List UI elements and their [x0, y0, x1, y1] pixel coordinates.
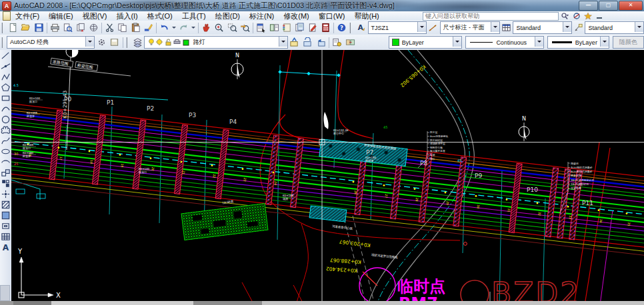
lineweight-combo[interactable]: ByLayer: [547, 36, 609, 49]
zoom-realtime-button[interactable]: [213, 21, 225, 35]
combo-arrow-icon[interactable]: [491, 22, 499, 32]
arc-button[interactable]: [1, 104, 11, 114]
layer-update-button[interactable]: [301, 36, 314, 49]
color-combo[interactable]: ByLayer: [389, 36, 463, 49]
zoom-window-button[interactable]: [226, 21, 239, 35]
menu-绘图[interactable]: 绘图(D): [211, 12, 245, 20]
workspace-save-button[interactable]: [108, 36, 121, 49]
dim-style-button[interactable]: [427, 21, 439, 35]
quick-calc-button[interactable]: [319, 21, 332, 35]
menu-窗口[interactable]: 窗口(W): [314, 12, 350, 20]
drawing-area[interactable]: 16171819202122232426272829303132333435道路…: [11, 50, 644, 301]
polyline-button[interactable]: [1, 72, 11, 82]
workspace-settings-button[interactable]: [95, 36, 108, 49]
multiline-text-button[interactable]: A: [1, 242, 11, 252]
ellipse-arc-button[interactable]: [1, 157, 11, 167]
drawing-file-icon[interactable]: [3, 11, 11, 21]
point-button[interactable]: [1, 189, 11, 199]
design-center-button[interactable]: [268, 21, 281, 35]
multileader-style-combo[interactable]: Standard: [585, 21, 644, 34]
communication-center-icon[interactable]: [572, 12, 581, 20]
paste-button[interactable]: [129, 21, 142, 35]
dim-style-combo[interactable]: 尺寸标注 - 平面: [440, 21, 501, 34]
line-button[interactable]: [1, 51, 11, 61]
undo-button[interactable]: [158, 21, 171, 35]
menu-视图[interactable]: 视图(V): [78, 12, 112, 20]
title-bar[interactable]: A AutoCAD 2008 - [E:\QQPCmgr\Desktop\pjs…: [0, 0, 644, 11]
combo-arrow-icon[interactable]: [279, 37, 287, 47]
menu-标注[interactable]: 标注(N): [245, 12, 279, 20]
gradient-button[interactable]: [1, 210, 11, 220]
layer-translate-button[interactable]: [344, 36, 357, 49]
make-object-layer-current-button[interactable]: [288, 36, 301, 49]
new-file-button[interactable]: [7, 21, 19, 35]
redo-dropdown[interactable]: [190, 22, 197, 34]
redo-button[interactable]: [177, 21, 190, 35]
menu-帮助[interactable]: 帮助(H): [350, 12, 384, 20]
combo-arrow-icon[interactable]: [600, 37, 609, 47]
layer-properties-button[interactable]: [131, 36, 145, 49]
menu-工具[interactable]: 工具(T): [177, 12, 211, 20]
combo-arrow-icon[interactable]: [563, 22, 571, 32]
linetype-combo[interactable]: Continuous: [465, 36, 543, 49]
menu-插入[interactable]: 插入(I): [111, 12, 142, 20]
sheet-set-manager-button[interactable]: [293, 21, 306, 35]
menu-修改[interactable]: 修改(M): [279, 12, 314, 20]
combo-arrow-icon[interactable]: [635, 22, 643, 32]
plot-preview-button[interactable]: [61, 21, 74, 35]
multileader-style-button[interactable]: [572, 21, 585, 35]
spline-button[interactable]: [1, 136, 11, 146]
drawing-canvas[interactable]: 16171819202122232426272829303132333435道路…: [11, 50, 644, 301]
search-icon[interactable]: [561, 12, 570, 20]
layer-combo[interactable]: 路灯: [144, 36, 287, 49]
hatch-button[interactable]: [1, 200, 11, 210]
tool-palettes-button[interactable]: [281, 21, 293, 35]
help-search-input[interactable]: [423, 12, 559, 21]
revision-cloud-button[interactable]: [1, 125, 11, 135]
horizontal-scrollbar[interactable]: [0, 301, 644, 305]
combo-arrow-icon[interactable]: [85, 37, 94, 47]
pan-realtime-button[interactable]: [200, 21, 213, 35]
3d-dwf-button[interactable]: [87, 21, 100, 35]
plot-button[interactable]: [49, 21, 61, 35]
menu-编辑[interactable]: 编辑(E): [44, 12, 78, 20]
text-style-button[interactable]: A: [355, 21, 367, 35]
maximize-button[interactable]: ▢: [599, 1, 618, 11]
polygon-button[interactable]: [1, 83, 11, 93]
workspace-combo[interactable]: AutoCAD 经典: [7, 36, 95, 49]
combo-arrow-icon[interactable]: [453, 37, 461, 47]
publish-button[interactable]: [74, 21, 87, 35]
menu-格式[interactable]: 格式(O): [143, 12, 177, 20]
help-button[interactable]: ?: [335, 21, 348, 35]
make-block-button[interactable]: [1, 178, 11, 188]
table-style-button[interactable]: [500, 21, 513, 35]
infocenter[interactable]: [423, 12, 604, 20]
insert-block-button[interactable]: [1, 168, 11, 178]
favorites-star-icon[interactable]: [583, 12, 593, 20]
close-button[interactable]: ✕: [619, 1, 643, 11]
construction-line-button[interactable]: [1, 61, 11, 71]
menu-文件[interactable]: 文件(F): [11, 12, 44, 20]
markup-set-manager-button[interactable]: [306, 21, 319, 35]
circle-button[interactable]: [1, 115, 11, 125]
combo-arrow-icon[interactable]: [535, 37, 543, 47]
properties-button[interactable]: [255, 21, 267, 35]
layer-states-button[interactable]: [331, 36, 344, 49]
save-button[interactable]: [32, 21, 45, 35]
copy-button[interactable]: [116, 21, 129, 35]
panel-minimize-icon[interactable]: [595, 12, 604, 20]
match-properties-button[interactable]: [142, 21, 155, 35]
cut-button[interactable]: [103, 21, 116, 35]
table-button[interactable]: [1, 232, 11, 242]
minimize-button[interactable]: —: [579, 1, 598, 11]
region-button[interactable]: [1, 221, 11, 231]
layer-previous-button[interactable]: [314, 36, 327, 49]
ellipse-button[interactable]: [1, 147, 11, 156]
text-style-combo[interactable]: TJSZ1: [368, 21, 427, 34]
table-style-combo[interactable]: Standard: [513, 21, 572, 34]
zoom-previous-button[interactable]: [239, 21, 251, 35]
combo-arrow-icon[interactable]: [417, 22, 426, 32]
undo-dropdown[interactable]: [171, 22, 178, 34]
rectangle-button[interactable]: [1, 93, 11, 103]
open-button[interactable]: [19, 21, 32, 35]
